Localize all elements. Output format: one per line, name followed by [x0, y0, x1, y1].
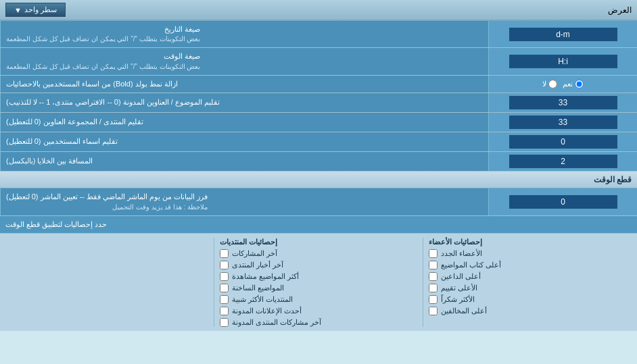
forum-order-input-cell	[488, 113, 637, 132]
forum-stats-col: إحصائيات المنتديات آخر المشاركات آخر أخب…	[214, 238, 423, 327]
username-trim-row: تقليم اسماء المستخدمين (0 للتعطيل)	[0, 132, 637, 152]
top-rated-item: الأعلى تقييم	[429, 284, 626, 292]
time-format-label: صيغة الوقت بعض التكوينات يتطلب "/" التي …	[0, 48, 488, 74]
cell-spacing-row: المسافة بين الخلايا (بالبكسل)	[0, 152, 637, 172]
time-format-input-cell	[488, 48, 637, 74]
top-inviters-item: أعلى الداعين	[429, 272, 626, 281]
most-viewed-checkbox[interactable]	[220, 272, 229, 281]
subject-order-label: تقليم الموضوع / العناوين المدونة (0 -- ا…	[0, 93, 488, 112]
date-format-label: صيغة التاريخ بعض التكوينات يتطلب "/" الت…	[0, 21, 488, 47]
header-row: العرض سطر واحد ▼	[0, 0, 637, 21]
radio-no-label[interactable]: لا	[542, 80, 557, 88]
forum-stats-header: إحصائيات المنتديات	[220, 238, 417, 246]
cutoff-row: فرز البيانات من يوم الماشر الماضي فقط --…	[0, 188, 637, 215]
forum-order-row: تقليم المنتدى / المجموعة العناوين (0 للت…	[0, 113, 637, 132]
top-warned-item: أعلى المخالفين	[429, 307, 626, 315]
last-posts-checkbox[interactable]	[220, 249, 229, 258]
most-thanks-item: الأكثر شكراً	[429, 295, 626, 304]
radio-no[interactable]	[548, 80, 557, 88]
username-trim-input[interactable]	[509, 135, 617, 149]
forum-order-label: تقليم المنتدى / المجموعة العناوين (0 للت…	[0, 113, 488, 132]
last-posts-item: آخر المشاركات	[220, 249, 417, 258]
top-topic-writers-checkbox[interactable]	[429, 261, 438, 269]
latest-announcements-checkbox[interactable]	[220, 307, 229, 315]
dropdown-arrow-icon: ▼	[14, 6, 22, 14]
time-format-row: صيغة الوقت بعض التكوينات يتطلب "/" التي …	[0, 48, 637, 75]
last-news-checkbox[interactable]	[220, 261, 229, 269]
header-title: العرض	[608, 5, 632, 15]
stats-filter-label: حدد إحصاليات لتطبيق قطع الوقت	[0, 216, 637, 233]
top-inviters-checkbox[interactable]	[429, 272, 438, 281]
date-format-row: صيغة التاريخ بعض التكوينات يتطلب "/" الت…	[0, 21, 637, 48]
new-members-checkbox[interactable]	[429, 249, 438, 258]
checkboxes-section: إحصائيات الأعضاء الأعضاء الجدد أعلى كتاب…	[0, 234, 637, 331]
subject-order-input[interactable]	[509, 96, 617, 109]
main-container: العرض سطر واحد ▼ صيغة التاريخ بعض التكوي…	[0, 0, 637, 331]
subject-order-row: تقليم الموضوع / العناوين المدونة (0 -- ا…	[0, 93, 637, 113]
most-viewed-item: أكثر المواضيع مشاهدة	[220, 272, 417, 281]
cutoff-label: فرز البيانات من يوم الماشر الماضي فقط --…	[0, 188, 488, 215]
last-forum-posts-item: آخر مشاركات المنتدى المدونة	[220, 318, 417, 327]
time-format-input[interactable]	[509, 55, 617, 68]
cutoff-section-header: قطع الوقت	[0, 172, 637, 188]
top-rated-checkbox[interactable]	[429, 284, 438, 292]
member-stats-col: إحصائيات الأعضاء الأعضاء الجدد أعلى كتاب…	[423, 238, 632, 327]
hot-topics-item: المواضيع الساخنة	[220, 284, 417, 292]
subject-order-input-cell	[488, 93, 637, 112]
date-format-input[interactable]	[509, 28, 617, 41]
last-forum-posts-checkbox[interactable]	[220, 318, 229, 327]
latest-announcements-item: أحدث الإعلانات المدونة	[220, 307, 417, 315]
top-topic-writers-item: أعلى كتاب المواضيع	[429, 261, 626, 269]
cutoff-input-cell	[488, 188, 637, 215]
cell-spacing-input[interactable]	[509, 155, 617, 168]
most-similar-item: المنتديات الأكثر شبية	[220, 295, 417, 304]
cell-spacing-label: المسافة بين الخلايا (بالبكسل)	[0, 152, 488, 171]
new-members-item: الأعضاء الجدد	[429, 249, 626, 258]
last-news-item: آخر أخبار المنتدى	[220, 261, 417, 269]
most-similar-checkbox[interactable]	[220, 295, 229, 304]
date-format-input-cell	[488, 21, 637, 47]
forum-order-input[interactable]	[509, 115, 617, 129]
member-stats-header: إحصائيات الأعضاء	[429, 238, 626, 246]
top-warned-checkbox[interactable]	[429, 307, 438, 315]
bold-remove-radio-cell: نعم لا	[488, 76, 637, 93]
username-trim-label: تقليم اسماء المستخدمين (0 للتعطيل)	[0, 132, 488, 151]
display-dropdown[interactable]: سطر واحد ▼	[5, 3, 66, 17]
cutoff-input[interactable]	[509, 195, 617, 209]
cell-spacing-input-cell	[488, 152, 637, 171]
stats-filter-row: حدد إحصاليات لتطبيق قطع الوقت	[0, 216, 637, 234]
radio-yes-label[interactable]: نعم	[563, 80, 584, 88]
bold-remove-row: نعم لا ازالة نمط بولد (Bold) من اسماء ال…	[0, 76, 637, 93]
username-trim-input-cell	[488, 132, 637, 151]
hot-topics-checkbox[interactable]	[220, 284, 229, 292]
right-empty-col	[5, 238, 214, 327]
bold-remove-label: ازالة نمط بولد (Bold) من اسماء المستخدمي…	[0, 76, 488, 93]
dropdown-label: سطر واحد	[24, 5, 57, 14]
radio-yes[interactable]	[575, 80, 584, 88]
most-thanks-checkbox[interactable]	[429, 295, 438, 304]
